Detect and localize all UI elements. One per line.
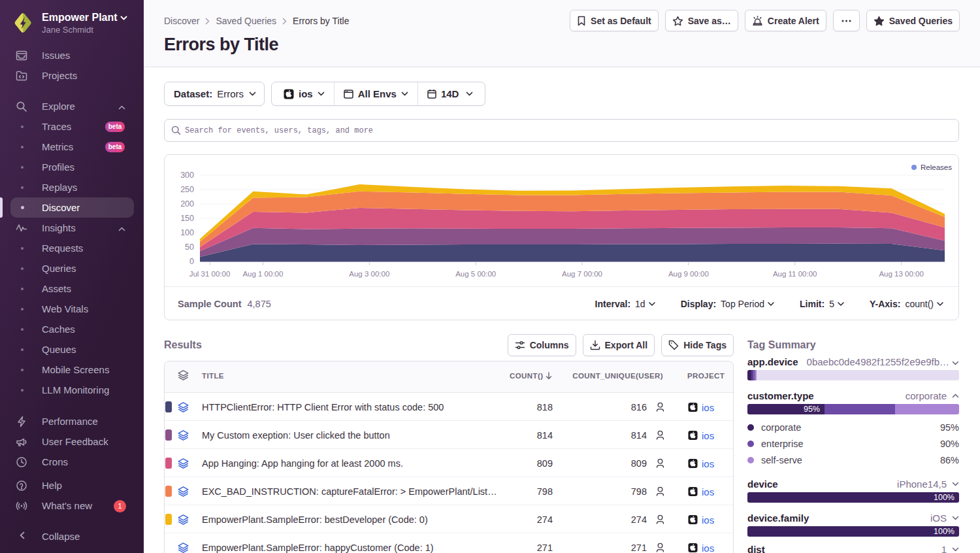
- svg-text:Aug 1 00:00: Aug 1 00:00: [242, 270, 283, 278]
- svg-text:50: 50: [185, 243, 194, 252]
- svg-text:Aug 7 00:00: Aug 7 00:00: [562, 270, 602, 278]
- svg-text:100: 100: [180, 228, 194, 237]
- svg-text:200: 200: [180, 199, 194, 209]
- svg-text:Aug 3 00:00: Aug 3 00:00: [349, 270, 389, 278]
- svg-text:Releases: Releases: [921, 163, 952, 171]
- svg-text:Aug 5 00:00: Aug 5 00:00: [455, 270, 496, 278]
- svg-text:0: 0: [189, 257, 194, 266]
- svg-text:150: 150: [180, 214, 194, 223]
- svg-text:Jul 31 00:00: Jul 31 00:00: [189, 270, 231, 278]
- svg-text:Aug 11 00:00: Aug 11 00:00: [773, 270, 817, 278]
- svg-text:Aug 13 00:00: Aug 13 00:00: [879, 270, 923, 278]
- svg-text:300: 300: [180, 171, 194, 180]
- svg-text:250: 250: [180, 185, 194, 194]
- svg-text:Aug 9 00:00: Aug 9 00:00: [668, 270, 709, 278]
